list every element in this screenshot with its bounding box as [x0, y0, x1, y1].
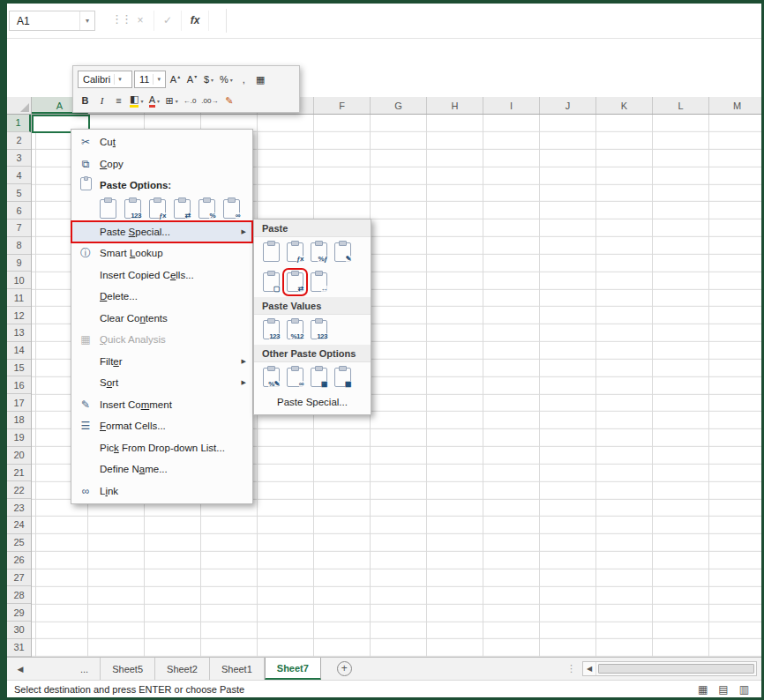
- select-all-button[interactable]: [7, 97, 32, 115]
- column-header-l[interactable]: L: [653, 97, 709, 114]
- column-header-g[interactable]: G: [371, 97, 427, 114]
- cancel-icon[interactable]: ×: [127, 11, 154, 31]
- row-header-23[interactable]: 23: [7, 499, 31, 517]
- column-header-m[interactable]: M: [709, 97, 761, 114]
- row-header-29[interactable]: 29: [7, 604, 31, 622]
- row-header-22[interactable]: 22: [7, 481, 31, 499]
- column-header-j[interactable]: J: [540, 97, 596, 114]
- menu-item-smart-lookup[interactable]: ⓘSmart Lookup: [71, 242, 252, 264]
- submenu-paste-special-item[interactable]: Paste Special...: [254, 392, 371, 413]
- formula-bar-input[interactable]: [226, 9, 761, 33]
- row-header-26[interactable]: 26: [7, 552, 31, 570]
- row-header-6[interactable]: 6: [7, 202, 31, 220]
- row-header-2[interactable]: 2: [7, 132, 31, 150]
- grow-font-button[interactable]: A▴: [168, 71, 183, 88]
- paste-clipboard-glyph[interactable]: [80, 177, 92, 190]
- menu-item-link[interactable]: ∞Link: [71, 480, 252, 503]
- row-header-24[interactable]: 24: [7, 517, 31, 534]
- decrease-decimal-button[interactable]: .00→: [199, 92, 220, 109]
- name-box[interactable]: A1 ▾: [9, 11, 95, 31]
- font-size-combo[interactable]: 11: [134, 71, 166, 88]
- tab-overflow[interactable]: ...: [69, 658, 101, 680]
- cell-styles-button[interactable]: ▦: [253, 71, 268, 88]
- row-header-31[interactable]: 31: [7, 639, 31, 657]
- row-header-5[interactable]: 5: [7, 184, 31, 202]
- normal-view-button[interactable]: ▦: [698, 683, 708, 696]
- shrink-font-button[interactable]: A▾: [184, 71, 199, 88]
- percent-style-button[interactable]: %: [218, 71, 235, 88]
- fill-color-button[interactable]: ◧: [128, 92, 145, 109]
- submenu-keep-source-column-widths-icon[interactable]: ↔: [311, 272, 327, 292]
- paste-option-paste-icon[interactable]: [100, 199, 116, 219]
- tab-sheet1[interactable]: Sheet1: [210, 658, 265, 680]
- tab-sheet7[interactable]: Sheet7: [265, 658, 321, 680]
- borders-button[interactable]: ⊞: [163, 92, 179, 109]
- submenu-transpose-icon[interactable]: ⇄: [287, 272, 303, 292]
- column-header-f[interactable]: F: [314, 97, 371, 114]
- font-name-combo[interactable]: Calibri: [78, 71, 132, 88]
- row-header-14[interactable]: 14: [7, 342, 31, 360]
- submenu-paste-link-icon[interactable]: ∞: [287, 368, 303, 387]
- menu-item-paste-options[interactable]: Paste Options:: [71, 175, 252, 197]
- row-header-12[interactable]: 12: [7, 307, 31, 324]
- row-header-7[interactable]: 7: [7, 220, 31, 237]
- menu-item-insert-copied-cells[interactable]: Insert Copied Cells...: [71, 264, 252, 287]
- column-header-i[interactable]: I: [483, 97, 540, 114]
- row-header-30[interactable]: 30: [7, 622, 31, 639]
- font-color-button[interactable]: A: [146, 92, 161, 109]
- row-header-17[interactable]: 17: [7, 394, 31, 412]
- row-header-20[interactable]: 20: [7, 447, 31, 465]
- row-header-19[interactable]: 19: [7, 429, 31, 447]
- name-box-dropdown-icon[interactable]: ▾: [79, 11, 94, 30]
- page-layout-view-button[interactable]: ▤: [718, 683, 728, 696]
- submenu-formatting-icon[interactable]: %✎: [263, 368, 280, 387]
- tab-splitter-icon[interactable]: ⋮: [566, 663, 576, 674]
- submenu-formulas-number-formatting-icon[interactable]: %ƒ: [311, 242, 327, 262]
- menu-item-format-cells[interactable]: ☰Format Cells...: [71, 415, 252, 437]
- new-sheet-button[interactable]: +: [337, 658, 352, 680]
- row-header-25[interactable]: 25: [7, 534, 31, 552]
- menu-item-pick-from-list[interactable]: Pick From Drop-down List...: [71, 437, 252, 459]
- submenu-values-source-formatting-icon[interactable]: 123: [311, 320, 327, 339]
- scrollbar-left-arrow-icon[interactable]: ◀: [583, 662, 596, 675]
- menu-item-cut[interactable]: ✂Cut: [71, 131, 252, 153]
- row-header-4[interactable]: 4: [7, 167, 31, 184]
- menu-item-clear-contents[interactable]: Clear Contents: [71, 308, 252, 330]
- submenu-values-number-formatting-icon[interactable]: %12: [287, 320, 303, 339]
- submenu-no-borders-icon[interactable]: ▢: [263, 272, 280, 292]
- menu-item-sort[interactable]: Sort: [71, 372, 252, 394]
- row-header-28[interactable]: 28: [7, 586, 31, 604]
- row-header-27[interactable]: 27: [7, 570, 31, 587]
- menu-item-filter[interactable]: Filter: [71, 351, 252, 373]
- row-header-11[interactable]: 11: [7, 289, 31, 307]
- horizontal-scrollbar[interactable]: ◀: [582, 661, 757, 676]
- tab-sheet2[interactable]: Sheet2: [155, 658, 210, 680]
- tab-sheet5[interactable]: Sheet5: [101, 658, 155, 680]
- menu-item-insert-comment[interactable]: ✎Insert Comment: [71, 394, 252, 416]
- enter-icon[interactable]: ✓: [154, 11, 182, 31]
- row-header-18[interactable]: 18: [7, 412, 31, 429]
- insert-function-icon[interactable]: fx: [182, 11, 209, 31]
- sheet-scroll-left-icon[interactable]: ◀: [7, 658, 34, 680]
- submenu-paste-icon[interactable]: [263, 242, 280, 262]
- accounting-format-button[interactable]: $: [201, 71, 216, 88]
- row-header-9[interactable]: 9: [7, 255, 31, 272]
- increase-decimal-button[interactable]: ←.0: [182, 92, 198, 109]
- paste-option-values-icon[interactable]: 123: [124, 199, 141, 219]
- submenu-keep-source-formatting-icon[interactable]: ✎: [334, 242, 351, 262]
- menu-item-paste-special[interactable]: Paste Special...: [71, 221, 252, 243]
- submenu-values-icon[interactable]: 123: [263, 320, 280, 339]
- paste-option-transpose-icon[interactable]: ⇄: [174, 199, 191, 219]
- menu-item-define-name[interactable]: Define Name...: [71, 458, 252, 480]
- menu-item-copy[interactable]: ⧉Copy: [71, 153, 252, 175]
- row-header-15[interactable]: 15: [7, 360, 31, 377]
- row-header-1[interactable]: 1: [7, 115, 31, 132]
- menu-item-delete[interactable]: Delete...: [71, 286, 252, 308]
- row-header-8[interactable]: 8: [7, 237, 31, 255]
- column-header-h[interactable]: H: [427, 97, 483, 114]
- submenu-linked-picture-icon[interactable]: ▩: [334, 368, 351, 387]
- format-painter-button[interactable]: ✎: [221, 92, 236, 109]
- row-header-3[interactable]: 3: [7, 150, 31, 168]
- column-header-k[interactable]: K: [596, 97, 653, 114]
- row-header-16[interactable]: 16: [7, 376, 31, 394]
